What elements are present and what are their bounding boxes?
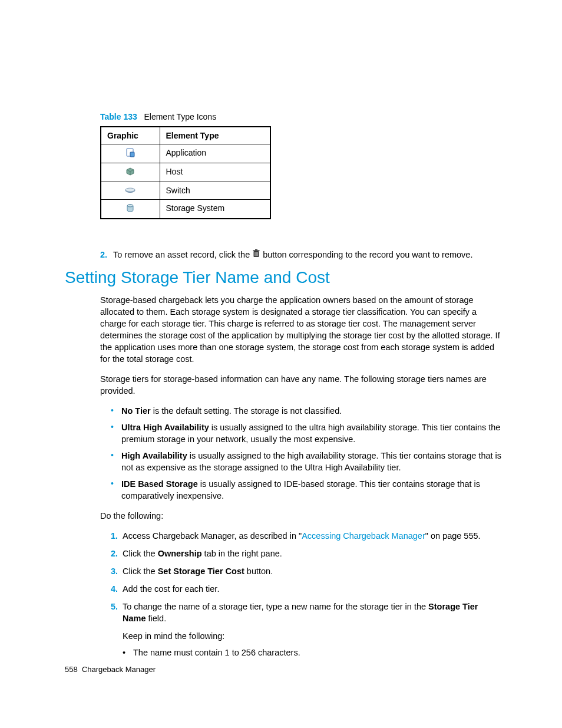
element-type-icons-table: Graphic Element Type Application xyxy=(100,126,271,219)
switch-icon xyxy=(124,186,136,196)
bullet-list: No Tier is the default setting. The stor… xyxy=(111,405,503,502)
paragraph: Do the following: xyxy=(100,510,503,522)
svg-rect-1 xyxy=(130,152,134,157)
list-item: 4. Add the cost for each tier. xyxy=(111,583,503,595)
step-text: Access Chargeback Manager, as described … xyxy=(123,531,302,541)
step-number: 2. xyxy=(100,250,107,259)
section-heading: Setting Storage Tier Name and Cost xyxy=(65,268,503,287)
table-header-graphic: Graphic xyxy=(101,127,160,144)
table-header-element-type: Element Type xyxy=(160,127,270,144)
list-item: 1. Access Chargeback Manager, as describ… xyxy=(111,530,503,542)
graphic-cell xyxy=(101,200,160,219)
svg-rect-8 xyxy=(256,252,257,256)
step-text: To change the name of a storage tier, ty… xyxy=(123,602,428,611)
bullet-text: is the default setting. The storage is n… xyxy=(151,406,342,416)
list-item: Ultra High Availability is usually assig… xyxy=(111,421,503,445)
paragraph: Storage tiers for storage-based informat… xyxy=(100,373,503,397)
step-number: 4. xyxy=(111,583,118,595)
list-item: No Tier is the default setting. The stor… xyxy=(111,405,503,417)
table-caption-text: Element Type Icons xyxy=(144,112,216,121)
step-bold: Ownership xyxy=(158,549,202,558)
bullet-bold: IDE Based Storage xyxy=(121,479,198,489)
element-type-cell: Storage System xyxy=(160,200,270,219)
svg-rect-7 xyxy=(255,252,256,256)
storage-system-icon xyxy=(125,203,135,215)
step-bold: Set Storage Tier Cost xyxy=(158,566,244,576)
step-text: field. xyxy=(146,614,167,623)
step-text-before: To remove an asset record, click the xyxy=(113,250,250,259)
step-text: Click the xyxy=(123,549,158,558)
svg-rect-9 xyxy=(257,252,258,256)
list-item: 3. Click the Set Storage Tier Cost butto… xyxy=(111,565,503,577)
graphic-cell xyxy=(101,182,160,200)
bullet-bold: Ultra High Availability xyxy=(121,423,209,432)
bullet-bold: High Availability xyxy=(121,451,187,460)
sub-bullet-list: The name must contain 1 to 256 character… xyxy=(123,647,503,658)
svg-point-3 xyxy=(125,188,135,192)
step-text: " on page 555. xyxy=(425,531,481,541)
element-type-cell: Switch xyxy=(160,182,270,200)
element-type-cell: Host xyxy=(160,163,270,182)
table-row: Application xyxy=(101,144,270,163)
list-item: 5. To change the name of a storage tier,… xyxy=(111,601,503,658)
table-number: Table 133 xyxy=(100,112,137,121)
bullet-bold: No Tier xyxy=(121,406,151,416)
trash-icon xyxy=(252,249,260,260)
sub-paragraph: Keep in mind the following: xyxy=(123,630,503,642)
footer-title: Chargeback Manager xyxy=(82,665,156,674)
element-type-cell: Application xyxy=(160,144,270,163)
step-text-after: button corresponding to the record you w… xyxy=(263,250,472,259)
step-remove-asset: 2. To remove an asset record, click the … xyxy=(100,249,503,260)
table-row: Storage System xyxy=(101,200,270,219)
graphic-cell xyxy=(101,163,160,182)
paragraph: Storage-based chargeback lets you charge… xyxy=(100,294,503,365)
application-icon xyxy=(125,148,135,159)
step-number: 3. xyxy=(111,565,118,577)
table-row: Host xyxy=(101,163,270,182)
svg-rect-10 xyxy=(253,251,260,252)
step-text: button. xyxy=(244,566,273,576)
host-icon xyxy=(125,167,135,178)
step-number: 5. xyxy=(111,601,118,612)
step-number: 1. xyxy=(111,530,118,542)
page-footer: 558 Chargeback Manager xyxy=(65,665,156,674)
step-text: Click the xyxy=(123,566,158,576)
link-accessing-chargeback[interactable]: Accessing Chargeback Manager xyxy=(302,531,425,541)
graphic-cell xyxy=(101,144,160,163)
list-item: 2. Click the Ownership tab in the right … xyxy=(111,548,503,559)
table-caption: Table 133 Element Type Icons xyxy=(100,112,503,121)
table-row: Switch xyxy=(101,182,270,200)
step-text: tab in the right pane. xyxy=(202,549,282,558)
svg-rect-11 xyxy=(255,249,257,251)
list-item: High Availability is usually assigned to… xyxy=(111,450,503,473)
step-text: Add the cost for each tier. xyxy=(123,584,219,594)
step-number: 2. xyxy=(111,548,118,559)
list-item: The name must contain 1 to 256 character… xyxy=(123,647,503,658)
page-number: 558 xyxy=(65,665,78,674)
ordered-steps: 1. Access Chargeback Manager, as describ… xyxy=(111,530,503,658)
list-item: IDE Based Storage is usually assigned to… xyxy=(111,478,503,502)
